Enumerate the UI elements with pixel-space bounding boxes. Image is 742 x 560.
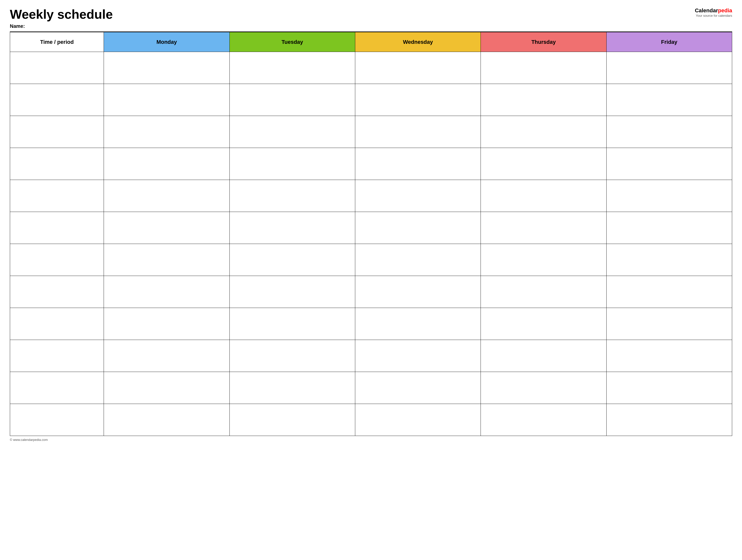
schedule-cell[interactable] [104, 276, 229, 308]
schedule-cell[interactable] [355, 372, 481, 404]
page-title: Weekly schedule [10, 7, 678, 21]
title-area: Weekly schedule Name: [10, 7, 678, 29]
col-header-monday: Monday [104, 32, 229, 52]
time-cell[interactable] [10, 308, 104, 340]
schedule-cell[interactable] [104, 212, 229, 244]
schedule-cell[interactable] [229, 308, 355, 340]
schedule-cell[interactable] [355, 148, 481, 180]
schedule-cell[interactable] [104, 148, 229, 180]
schedule-cell[interactable] [355, 180, 481, 212]
time-cell[interactable] [10, 404, 104, 436]
schedule-cell[interactable] [606, 52, 732, 84]
schedule-cell[interactable] [355, 52, 481, 84]
table-row [10, 52, 732, 84]
time-cell[interactable] [10, 212, 104, 244]
schedule-cell[interactable] [104, 52, 229, 84]
table-header-row: Time / period Monday Tuesday Wednesday T… [10, 32, 732, 52]
schedule-cell[interactable] [606, 148, 732, 180]
schedule-cell[interactable] [481, 244, 606, 276]
schedule-cell[interactable] [104, 308, 229, 340]
schedule-cell[interactable] [481, 372, 606, 404]
schedule-cell[interactable] [104, 404, 229, 436]
schedule-cell[interactable] [481, 340, 606, 372]
schedule-cell[interactable] [229, 404, 355, 436]
schedule-cell[interactable] [355, 244, 481, 276]
schedule-cell[interactable] [481, 116, 606, 148]
table-row [10, 244, 732, 276]
schedule-cell[interactable] [606, 180, 732, 212]
col-header-thursday: Thursday [481, 32, 606, 52]
col-header-wednesday: Wednesday [355, 32, 481, 52]
schedule-cell[interactable] [606, 372, 732, 404]
schedule-cell[interactable] [229, 116, 355, 148]
schedule-cell[interactable] [229, 148, 355, 180]
schedule-cell[interactable] [606, 308, 732, 340]
table-row [10, 404, 732, 436]
schedule-table: Time / period Monday Tuesday Wednesday T… [10, 32, 732, 436]
time-cell[interactable] [10, 84, 104, 116]
logo-pedia-text: pedia [718, 7, 732, 13]
schedule-cell[interactable] [104, 372, 229, 404]
schedule-cell[interactable] [481, 308, 606, 340]
table-row [10, 212, 732, 244]
table-row [10, 84, 732, 116]
footer: © www.calendarpedia.com [10, 438, 732, 442]
col-header-tuesday: Tuesday [229, 32, 355, 52]
schedule-cell[interactable] [104, 180, 229, 212]
logo-tagline: Your source for calendars [678, 14, 732, 17]
logo: Calendarpedia [678, 7, 732, 14]
time-cell[interactable] [10, 52, 104, 84]
schedule-cell[interactable] [104, 340, 229, 372]
time-cell[interactable] [10, 148, 104, 180]
schedule-cell[interactable] [606, 116, 732, 148]
name-label: Name: [10, 23, 678, 29]
schedule-cell[interactable] [229, 52, 355, 84]
schedule-cell[interactable] [481, 84, 606, 116]
schedule-cell[interactable] [606, 84, 732, 116]
time-cell[interactable] [10, 116, 104, 148]
schedule-cell[interactable] [229, 276, 355, 308]
schedule-cell[interactable] [355, 308, 481, 340]
schedule-cell[interactable] [229, 84, 355, 116]
schedule-cell[interactable] [606, 244, 732, 276]
schedule-cell[interactable] [606, 276, 732, 308]
col-header-time: Time / period [10, 32, 104, 52]
logo-calendar-text: Calendar [695, 7, 718, 13]
schedule-cell[interactable] [229, 372, 355, 404]
time-cell[interactable] [10, 276, 104, 308]
schedule-cell[interactable] [606, 340, 732, 372]
table-row [10, 340, 732, 372]
schedule-cell[interactable] [104, 116, 229, 148]
schedule-cell[interactable] [355, 116, 481, 148]
schedule-cell[interactable] [229, 212, 355, 244]
time-cell[interactable] [10, 372, 104, 404]
table-row [10, 372, 732, 404]
schedule-cell[interactable] [606, 404, 732, 436]
table-row [10, 180, 732, 212]
schedule-cell[interactable] [606, 212, 732, 244]
schedule-cell[interactable] [355, 404, 481, 436]
time-cell[interactable] [10, 180, 104, 212]
schedule-cell[interactable] [481, 148, 606, 180]
schedule-cell[interactable] [481, 404, 606, 436]
schedule-cell[interactable] [481, 212, 606, 244]
page-header: Weekly schedule Name: Calendarpedia Your… [10, 7, 732, 29]
time-cell[interactable] [10, 340, 104, 372]
schedule-cell[interactable] [481, 180, 606, 212]
schedule-cell[interactable] [355, 84, 481, 116]
schedule-cell[interactable] [229, 340, 355, 372]
logo-area: Calendarpedia Your source for calendars [678, 7, 732, 17]
schedule-cell[interactable] [229, 244, 355, 276]
col-header-friday: Friday [606, 32, 732, 52]
schedule-cell[interactable] [481, 52, 606, 84]
schedule-cell[interactable] [104, 244, 229, 276]
schedule-cell[interactable] [481, 276, 606, 308]
time-cell[interactable] [10, 244, 104, 276]
schedule-cell[interactable] [104, 84, 229, 116]
table-row [10, 116, 732, 148]
schedule-cell[interactable] [229, 180, 355, 212]
schedule-cell[interactable] [355, 212, 481, 244]
table-row [10, 276, 732, 308]
schedule-cell[interactable] [355, 340, 481, 372]
schedule-cell[interactable] [355, 276, 481, 308]
